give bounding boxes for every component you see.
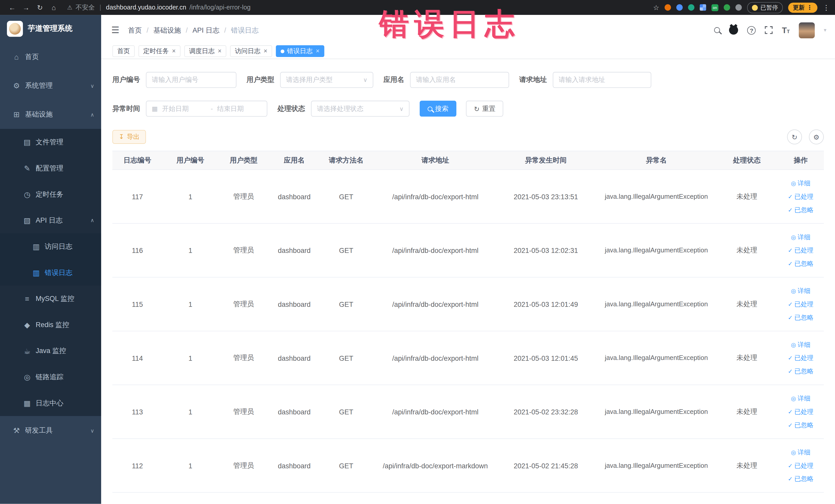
tab-close-icon[interactable]: ×: [264, 47, 267, 55]
extension-on-icon[interactable]: on: [712, 4, 718, 11]
edit-icon: ✎: [21, 164, 33, 172]
app-name-cell: dashboard: [269, 408, 320, 416]
sidebar-item-mysql-monitor[interactable]: ≡ MySQL 监控: [0, 285, 101, 312]
app-name-input[interactable]: [410, 72, 509, 88]
avatar[interactable]: [799, 22, 815, 38]
tab-close-icon[interactable]: ×: [218, 47, 222, 55]
user-id-cell: 1: [162, 300, 219, 308]
sidebar-item-java-monitor[interactable]: ☕ Java 监控: [0, 338, 101, 364]
check-icon: ✓: [788, 193, 793, 200]
start-date-placeholder: 开始日期: [162, 104, 206, 113]
sidebar-collapse-icon[interactable]: ☰: [111, 24, 120, 36]
table-row: 116 1 管理员 dashboard GET /api/infra/db-do…: [113, 224, 824, 278]
sidebar-item-error-log[interactable]: ▥ 错误日志: [0, 259, 101, 285]
fullscreen-icon[interactable]: [765, 26, 773, 34]
extension-icon[interactable]: [688, 4, 694, 11]
column-settings-button[interactable]: ⚙: [809, 129, 824, 144]
sidebar-item-cron-jobs[interactable]: ◷ 定时任务: [0, 181, 101, 207]
export-button[interactable]: ↧ 导出: [113, 130, 146, 144]
detail-link[interactable]: ◎详细: [791, 179, 810, 188]
tab-close-icon[interactable]: ×: [316, 47, 320, 55]
exception-time-cell: 2021-05-03 12:01:45: [498, 354, 594, 362]
mark-processed-link[interactable]: ✓已处理: [788, 407, 813, 416]
chevron-down-icon: ∨: [90, 427, 94, 434]
forward-icon[interactable]: →: [19, 3, 33, 11]
search-button[interactable]: 搜索: [420, 101, 456, 117]
mark-processed-link[interactable]: ✓已处理: [788, 354, 813, 363]
sidebar-item-log-center[interactable]: ▦ 日志中心: [0, 390, 101, 416]
mark-ignored-link[interactable]: ✓已忽略: [788, 367, 813, 376]
paused-extension-badge[interactable]: 已暂停: [747, 2, 783, 13]
sidebar-item-redis-monitor[interactable]: ◆ Redis 监控: [0, 312, 101, 338]
github-icon[interactable]: [729, 26, 738, 35]
top-header: ☰ 首页 / 基础设施 / API 日志 / 错误日志 ?: [101, 15, 835, 45]
page-tab[interactable]: 错误日志 ×: [276, 45, 324, 57]
mark-ignored-link[interactable]: ✓已忽略: [788, 259, 813, 268]
user-id-input[interactable]: [146, 72, 237, 88]
user-type-select[interactable]: 请选择用户类型 ∨: [280, 72, 373, 88]
extension-grid-icon[interactable]: [700, 4, 706, 11]
detail-link[interactable]: ◎详细: [791, 448, 810, 457]
tab-close-icon[interactable]: ×: [172, 47, 176, 55]
refresh-icon: ↻: [474, 105, 480, 113]
mark-ignored-link[interactable]: ✓已忽略: [788, 421, 813, 429]
reset-button[interactable]: ↻ 重置: [466, 101, 503, 117]
breadcrumb-item[interactable]: API 日志: [192, 25, 220, 35]
page-tab[interactable]: 访问日志 ×: [230, 45, 272, 57]
extension-icon[interactable]: [665, 4, 671, 11]
status-cell: 未处理: [719, 192, 775, 201]
refresh-button[interactable]: ↻: [787, 129, 802, 144]
sidebar-item-infrastructure[interactable]: ⊞ 基础设施 ∧: [0, 100, 101, 129]
page-tab[interactable]: 调度日志 ×: [184, 45, 226, 57]
page-tab[interactable]: 定时任务 ×: [138, 45, 180, 57]
screen: ← → ↻ ⌂ ⚠ 不安全 | dashboard.yudao.iocoder.…: [0, 0, 835, 504]
detail-link[interactable]: ◎详细: [791, 286, 810, 295]
mark-processed-link[interactable]: ✓已处理: [788, 192, 813, 201]
breadcrumb-item[interactable]: 基础设施: [153, 25, 181, 35]
check-icon: ✓: [788, 476, 793, 482]
request-url-input[interactable]: [553, 72, 651, 88]
user-id-label: 用户编号: [113, 75, 140, 85]
exception-name-cell: java.lang.IllegalArgumentException: [594, 354, 719, 362]
avatar-caret-icon[interactable]: ▾: [824, 27, 826, 33]
breadcrumb-item[interactable]: 首页: [128, 25, 142, 35]
bookmark-star-icon[interactable]: ☆: [653, 3, 659, 11]
back-icon[interactable]: ←: [5, 3, 19, 11]
address-bar[interactable]: ⚠ 不安全 | dashboard.yudao.iocoder.cn/infra…: [67, 3, 250, 12]
font-size-icon[interactable]: TT: [782, 26, 790, 34]
mark-ignored-link[interactable]: ✓已忽略: [788, 474, 813, 483]
extension-icon[interactable]: [676, 4, 683, 11]
sidebar-item-home[interactable]: ⌂ 首页: [0, 43, 101, 72]
reload-icon[interactable]: ↻: [33, 3, 47, 11]
sidebar-item-api-logs[interactable]: ▧ API 日志 ∧: [0, 207, 101, 234]
extension-paw-icon[interactable]: [735, 4, 742, 11]
date-range-picker[interactable]: ▦ 开始日期 - 结束日期: [146, 101, 267, 117]
sidebar-item-dev-tools[interactable]: ⚒ 研发工具 ∨: [0, 416, 101, 445]
exception-time-cell: 2021-05-03 23:13:51: [498, 193, 594, 201]
sidebar-item-tracing[interactable]: ◎ 链路追踪: [0, 364, 101, 390]
detail-link[interactable]: ◎详细: [791, 394, 810, 403]
browser-menu-icon[interactable]: ⋮: [823, 3, 830, 11]
mark-processed-link[interactable]: ✓已处理: [788, 300, 813, 309]
mark-processed-link[interactable]: ✓已处理: [788, 246, 813, 255]
help-icon[interactable]: ?: [747, 26, 756, 35]
eye-icon: ◎: [791, 287, 796, 294]
browser-home-icon[interactable]: ⌂: [47, 3, 61, 11]
extension-leaf-icon[interactable]: [724, 4, 730, 11]
sidebar-item-system-mgmt[interactable]: ⚙ 系统管理 ∨: [0, 72, 101, 100]
page-tab[interactable]: 首页 ×: [113, 45, 135, 57]
check-icon: ✓: [788, 260, 793, 267]
check-icon: ✓: [788, 355, 793, 362]
mark-ignored-link[interactable]: ✓已忽略: [788, 205, 813, 215]
process-status-label: 处理状态: [278, 104, 305, 114]
sidebar-item-file-mgmt[interactable]: ▤ 文件管理: [0, 129, 101, 155]
detail-link[interactable]: ◎详细: [791, 340, 810, 349]
browser-update-button[interactable]: 更新 ⋮: [788, 2, 817, 12]
sidebar-item-access-log[interactable]: ▥ 访问日志: [0, 234, 101, 260]
mark-ignored-link[interactable]: ✓已忽略: [788, 313, 813, 322]
search-icon[interactable]: [714, 27, 720, 33]
mark-processed-link[interactable]: ✓已处理: [788, 461, 813, 470]
process-status-select[interactable]: 请选择处理状态 ∨: [311, 101, 410, 117]
sidebar-item-config-mgmt[interactable]: ✎ 配置管理: [0, 155, 101, 181]
detail-link[interactable]: ◎详细: [791, 233, 810, 242]
